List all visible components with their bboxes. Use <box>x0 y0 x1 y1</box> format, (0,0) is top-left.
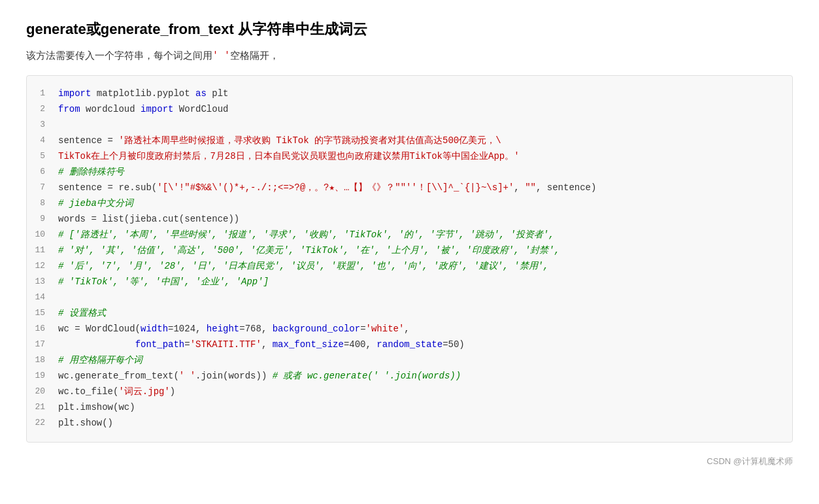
line-num-14: 14 <box>27 290 58 305</box>
line-num-8: 8 <box>27 196 58 210</box>
line-num-17: 17 <box>27 337 58 352</box>
code-line-10: 10 # ['路透社', '本周', '早些时候', '报道', '寻求', '… <box>27 227 792 243</box>
code-line-13: 13 # 'TikTok', '等', '中国', '企业', 'App'] <box>27 275 792 290</box>
line-num-6: 6 <box>27 165 58 179</box>
code-line-4: 4 sentence = '路透社本周早些时候报道，寻求收购 TikTok 的字… <box>27 133 792 149</box>
line-content-12: # '后', '7', '月', '28', '日', '日本自民党', '议员… <box>58 259 782 275</box>
line-num-22: 22 <box>27 416 58 430</box>
line-num-5: 5 <box>27 149 58 163</box>
line-num-19: 19 <box>27 369 58 383</box>
page-title: generate或generate_from_text 从字符串中生成词云 <box>26 20 793 39</box>
line-num-20: 20 <box>27 384 58 399</box>
code-line-7: 7 sentence = re.sub('[\'!"#$%&\'()*+,-./… <box>27 180 792 196</box>
code-line-17: 17 font_path='STKAITI.TTF', max_font_siz… <box>27 337 792 353</box>
desc-quote: ' ' <box>212 50 230 61</box>
line-num-11: 11 <box>27 243 58 258</box>
line-content-19: wc.generate_from_text(' '.join(words)) #… <box>58 369 782 384</box>
line-num-3: 3 <box>27 118 58 132</box>
line-num-13: 13 <box>27 275 58 289</box>
line-num-10: 10 <box>27 227 58 242</box>
line-num-1: 1 <box>27 86 58 101</box>
code-line-16: 16 wc = WordCloud(width=1024, height=768… <box>27 322 792 337</box>
code-block: 1 import matplotlib.pyplot as plt 2 from… <box>26 75 793 443</box>
line-num-9: 9 <box>27 212 58 226</box>
code-line-2: 2 from wordcloud import WordCloud <box>27 102 792 118</box>
desc-before: 该方法需要传入一个字符串，每个词之间用 <box>26 50 212 61</box>
line-content-16: wc = WordCloud(width=1024, height=768, b… <box>58 322 782 337</box>
line-num-21: 21 <box>27 400 58 414</box>
line-content-10: # ['路透社', '本周', '早些时候', '报道', '寻求', '收购'… <box>58 227 782 243</box>
line-content-11: # '对', '其', '估值', '高达', '500', '亿美元', 'T… <box>58 243 782 259</box>
desc-after: 空格隔开， <box>230 50 279 61</box>
code-line-15: 15 # 设置格式 <box>27 306 792 322</box>
line-num-18: 18 <box>27 353 58 367</box>
code-line-6: 6 # 删除特殊符号 <box>27 165 792 180</box>
line-content-2: from wordcloud import WordCloud <box>58 102 782 118</box>
line-num-12: 12 <box>27 259 58 273</box>
line-content-15: # 设置格式 <box>58 306 782 322</box>
line-content-18: # 用空格隔开每个词 <box>58 353 782 369</box>
code-line-19: 19 wc.generate_from_text(' '.join(words)… <box>27 369 792 384</box>
code-line-1: 1 import matplotlib.pyplot as plt <box>27 86 792 102</box>
line-content-4: sentence = '路透社本周早些时候报道，寻求收购 TikTok 的字节跳… <box>58 133 782 149</box>
line-content-17: font_path='STKAITI.TTF', max_font_size=4… <box>58 337 782 353</box>
code-line-8: 8 # jieba中文分词 <box>27 196 792 212</box>
line-num-7: 7 <box>27 180 58 195</box>
line-num-2: 2 <box>27 102 58 116</box>
line-content-9: words = list(jieba.cut(sentence)) <box>58 212 782 227</box>
code-line-21: 21 plt.imshow(wc) <box>27 400 792 416</box>
code-line-20: 20 wc.to_file('词云.jpg') <box>27 384 792 400</box>
line-content-20: wc.to_file('词云.jpg') <box>58 384 782 400</box>
code-line-11: 11 # '对', '其', '估值', '高达', '500', '亿美元',… <box>27 243 792 259</box>
line-num-16: 16 <box>27 322 58 336</box>
line-content-7: sentence = re.sub('[\'!"#$%&\'()*+,-./:;… <box>58 180 782 196</box>
line-num-15: 15 <box>27 306 58 320</box>
line-content-5: TikTok在上个月被印度政府封禁后，7月28日，日本自民党议员联盟也向政府建议… <box>58 149 782 165</box>
line-content-1: import matplotlib.pyplot as plt <box>58 86 782 102</box>
code-line-14: 14 <box>27 290 792 306</box>
line-content-22: plt.show() <box>58 416 782 431</box>
code-line-12: 12 # '后', '7', '月', '28', '日', '日本自民党', … <box>27 259 792 275</box>
line-content-3 <box>58 118 782 133</box>
line-content-21: plt.imshow(wc) <box>58 400 782 416</box>
line-content-6: # 删除特殊符号 <box>58 165 782 180</box>
watermark: CSDN @计算机魔术师 <box>26 456 793 467</box>
description: 该方法需要传入一个字符串，每个词之间用' '空格隔开， <box>26 50 793 62</box>
line-content-13: # 'TikTok', '等', '中国', '企业', 'App'] <box>58 275 782 290</box>
code-line-18: 18 # 用空格隔开每个词 <box>27 353 792 369</box>
code-line-5: 5 TikTok在上个月被印度政府封禁后，7月28日，日本自民党议员联盟也向政府… <box>27 149 792 165</box>
line-content-8: # jieba中文分词 <box>58 196 782 212</box>
line-content-14 <box>58 290 782 306</box>
code-line-9: 9 words = list(jieba.cut(sentence)) <box>27 212 792 227</box>
code-line-22: 22 plt.show() <box>27 416 792 431</box>
code-line-3: 3 <box>27 118 792 133</box>
line-num-4: 4 <box>27 133 58 148</box>
